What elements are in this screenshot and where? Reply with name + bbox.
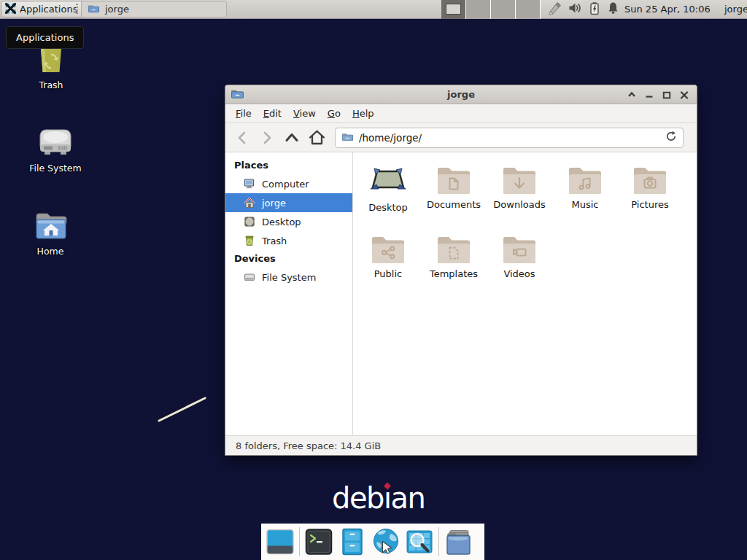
workspace-window-preview [446, 4, 461, 15]
folder-label: Desktop [356, 202, 420, 213]
minimize-button[interactable] [644, 90, 654, 100]
folder-item-templates[interactable]: Templates [422, 233, 486, 279]
workspace-4[interactable] [516, 0, 541, 19]
taskbar-window-button[interactable]: jorge [81, 1, 227, 18]
public-folder-icon [356, 233, 420, 264]
menubar: File Edit View Go Help [225, 104, 697, 123]
home-icon [243, 197, 256, 209]
desktop-special-icon [356, 164, 420, 198]
desktop-place-icon [243, 216, 256, 228]
sidebar-item-desktop[interactable]: Desktop [225, 212, 352, 231]
back-button[interactable] [230, 127, 255, 149]
folder-view[interactable]: Desktop Documents [353, 152, 697, 435]
places-header: Places [225, 157, 352, 174]
refresh-icon[interactable] [665, 131, 677, 145]
menu-edit[interactable]: Edit [258, 106, 287, 121]
desktop-icon-label: Trash [11, 79, 91, 90]
menu-help[interactable]: Help [347, 106, 380, 121]
desktop-icon-home[interactable]: Home [10, 210, 90, 257]
battery-charging-icon[interactable] [589, 1, 600, 18]
panel-handle[interactable] [76, 4, 78, 15]
sidebar-item-computer[interactable]: Computer [225, 174, 352, 193]
debian-logo: debıan [332, 481, 425, 515]
desktop-icon-file-system[interactable]: File System [15, 125, 96, 174]
system-tray [547, 0, 619, 19]
home-button[interactable] [304, 127, 329, 149]
file-manager-window: jorge File Edit View Go Help [225, 85, 697, 456]
folder-item-videos[interactable]: Videos [487, 233, 551, 279]
workspace-3[interactable] [491, 0, 516, 19]
drive-small-icon [243, 271, 256, 283]
computer-icon [243, 178, 256, 190]
location-bar[interactable]: /home/jorge/ [335, 128, 684, 148]
top-panel: Applications jorge [0, 0, 747, 19]
dock-separator [299, 527, 300, 556]
terminal-icon[interactable] [304, 527, 333, 556]
folder-item-downloads[interactable]: Downloads [487, 164, 551, 210]
menu-go[interactable]: Go [322, 106, 347, 121]
applications-menu-icon [4, 2, 17, 17]
taskbar-folder-icon [88, 3, 100, 15]
videos-folder-icon [487, 233, 551, 264]
desktop-icon-label: File System [15, 163, 96, 174]
web-browser-icon[interactable] [371, 527, 400, 556]
sidebar-item-file-system[interactable]: File System [225, 268, 352, 287]
show-desktop-icon[interactable] [266, 527, 295, 556]
shade-button[interactable] [627, 90, 637, 100]
path-text[interactable]: /home/jorge/ [359, 132, 660, 144]
menu-file[interactable]: File [230, 106, 258, 121]
volume-icon[interactable] [568, 1, 582, 18]
notification-bell-icon[interactable] [607, 1, 619, 18]
dock-separator [438, 527, 439, 556]
file-cabinet-icon[interactable] [338, 527, 367, 556]
trash-small-icon [243, 235, 256, 246]
sidebar-item-label: Trash [262, 236, 287, 246]
folder-item-documents[interactable]: Documents [422, 164, 486, 210]
folder-label: Music [553, 199, 617, 210]
folder-label: Public [356, 268, 420, 279]
taskbar-window-label: jorge [105, 4, 129, 15]
panel-username[interactable]: jorge [724, 0, 747, 19]
downloads-folder-icon [487, 164, 551, 195]
applications-menu-label: Applications [20, 4, 77, 15]
pictures-folder-icon [618, 164, 682, 195]
devices-header: Devices [225, 250, 352, 268]
folder-item-public[interactable]: Public [356, 233, 420, 279]
folder-item-music[interactable]: Music [553, 164, 617, 210]
folder-label: Downloads [487, 199, 551, 210]
workspace-1[interactable] [441, 0, 466, 19]
menu-view[interactable]: View [287, 106, 322, 121]
desktop-icon-label: Home [10, 246, 90, 257]
up-button[interactable] [279, 127, 304, 149]
file-manager-folder-icon[interactable] [444, 527, 473, 556]
status-text: 8 folders, Free space: 14.4 GiB [236, 440, 381, 451]
titlebar[interactable]: jorge [225, 85, 697, 104]
workspace-2[interactable] [466, 0, 491, 19]
sidebar: Places Computer [225, 152, 353, 435]
documents-folder-icon [422, 164, 486, 195]
sidebar-item-trash[interactable]: Trash [225, 231, 352, 250]
forward-button[interactable] [255, 127, 279, 149]
workspace-switcher[interactable] [441, 0, 541, 19]
maximize-button[interactable] [662, 90, 672, 100]
folder-item-desktop[interactable]: Desktop [356, 164, 420, 213]
stylus-icon[interactable] [547, 1, 562, 18]
folder-label: Pictures [618, 199, 682, 210]
panel-clock[interactable]: Sun 25 Apr, 10:06 [624, 0, 711, 19]
dock [261, 524, 484, 560]
pathbar-folder-icon [341, 131, 354, 144]
folder-label: Documents [422, 199, 486, 210]
application-finder-icon[interactable] [405, 527, 434, 556]
applications-menu-button[interactable]: Applications [1, 1, 84, 18]
music-folder-icon [553, 164, 617, 195]
sidebar-item-label: Computer [262, 179, 309, 190]
sidebar-item-jorge[interactable]: jorge [225, 193, 352, 212]
toolbar: /home/jorge/ [225, 123, 697, 152]
folder-label: Videos [487, 268, 551, 279]
applications-tooltip: Applications [6, 26, 84, 49]
sidebar-item-label: File System [262, 272, 316, 283]
close-button[interactable] [679, 90, 689, 100]
folder-item-pictures[interactable]: Pictures [618, 164, 682, 210]
statusbar: 8 folders, Free space: 14.4 GiB [225, 435, 697, 455]
sidebar-item-label: Desktop [262, 217, 301, 228]
